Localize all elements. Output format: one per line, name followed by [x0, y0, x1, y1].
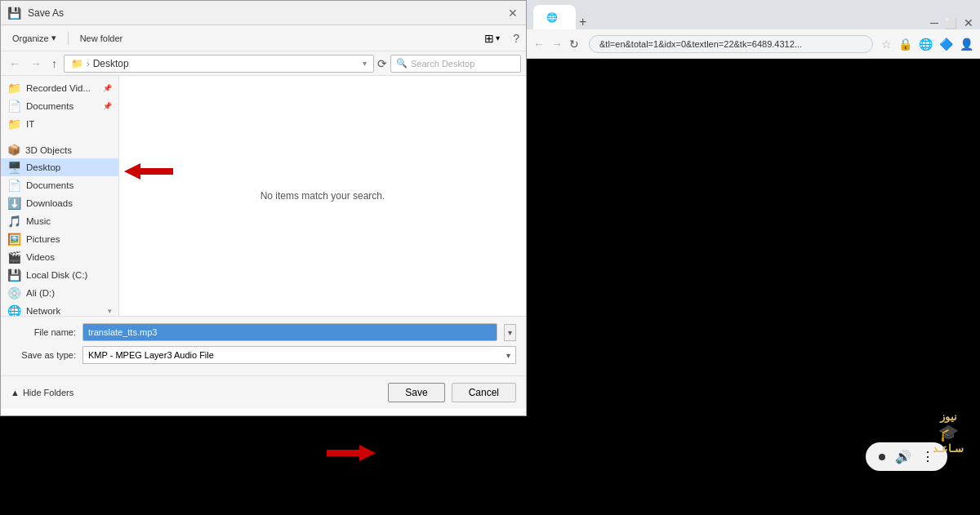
dialog-fields: File name: translate_tts.mp3 ▾ Save as t…	[1, 316, 526, 375]
savetype-row: Save as type: KMP - MPEG Layer3 Audio Fi…	[11, 346, 516, 364]
tab-favicon: 🌐	[546, 12, 558, 23]
close-button[interactable]: ✕	[506, 7, 519, 20]
volume-icon[interactable]: 🔊	[895, 449, 911, 464]
footer-buttons: Save Cancel	[388, 383, 516, 402]
browser-addressbar: ← → ↻ &tl=en&total=1&idx=0&textlen=22&tk…	[527, 29, 980, 59]
help-icon[interactable]: ?	[513, 32, 519, 45]
up-button[interactable]: ↑	[48, 57, 60, 70]
path-arrow-icon: ▾	[363, 59, 367, 68]
video-icon: 🎬	[7, 251, 21, 264]
doc-icon: 📄	[7, 100, 21, 113]
browser-refresh-icon[interactable]: ↻	[569, 38, 579, 51]
sidebar-item-network[interactable]: 🌐 Network ▾	[1, 302, 118, 316]
browser-ext-icon2[interactable]: 🌐	[919, 38, 933, 51]
network-icon: 🌐	[7, 304, 21, 316]
doc-icon2: 📄	[7, 179, 21, 192]
save-button[interactable]: Save	[388, 383, 444, 402]
address-text: &tl=en&total=1&idx=0&textlen=22&tk=6489.…	[599, 39, 802, 49]
filename-input[interactable]: translate_tts.mp3	[82, 323, 497, 341]
filename-dropdown-icon[interactable]: ▾	[504, 324, 516, 341]
dialog-footer: ▲ Hide Folders Save Cancel	[1, 375, 526, 409]
browser-ext-icon3[interactable]: 🔷	[939, 38, 953, 51]
right-arrow-annotation	[327, 443, 376, 468]
bottom-logo: نیوز 🎓 سـاعـد	[933, 411, 964, 455]
dialog-titlebar: 💾 Save As ✕	[1, 1, 526, 25]
cancel-button[interactable]: Cancel	[452, 383, 516, 402]
sidebar-item-downloads[interactable]: ⬇️ Downloads	[1, 194, 118, 212]
collapse-icon: ▲	[11, 388, 20, 397]
download-icon: ⬇️	[7, 197, 21, 210]
browser-forward-icon[interactable]: →	[551, 38, 563, 51]
sidebar-item-documents-pin[interactable]: 📄 Documents 📌	[1, 97, 118, 115]
sidebar-item-3d-objects[interactable]: 📦 3D Objects	[1, 141, 118, 158]
search-box[interactable]: 🔍 Search Desktop	[390, 55, 521, 73]
savetype-dropdown-icon: ▾	[506, 351, 510, 360]
save-as-dialog: 💾 Save As ✕ Organize ▾ New folder ⊞ ▾ ? …	[0, 0, 527, 416]
dialog-icon: 💾	[7, 7, 21, 20]
toolbar-separator	[68, 32, 69, 45]
empty-message: No items match your search.	[261, 190, 385, 202]
sidebar-item-videos[interactable]: 🎬 Videos	[1, 248, 118, 266]
address-box[interactable]: 📁 › Desktop ▾	[64, 55, 374, 73]
svg-marker-1	[327, 445, 376, 461]
sidebar-item-desktop[interactable]: 🖥️ Desktop	[1, 158, 118, 176]
sidebar-item-it[interactable]: 📁 IT	[1, 115, 118, 133]
organize-button[interactable]: Organize ▾	[7, 31, 61, 45]
browser-back-icon[interactable]: ←	[533, 38, 545, 51]
view-icon[interactable]: ⊞	[484, 32, 494, 45]
sidebar-item-recorded-vid[interactable]: 📁 Recorded Vid... 📌	[1, 79, 118, 97]
disk-icon: 💾	[7, 269, 21, 282]
filename-row: File name: translate_tts.mp3 ▾	[11, 323, 516, 341]
bookmark-icon[interactable]: ☆	[881, 38, 892, 51]
browser-profile-icon[interactable]: 👤	[960, 38, 973, 51]
search-placeholder: Search Desktop	[411, 59, 474, 69]
left-arrow-annotation	[124, 162, 173, 186]
savetype-select[interactable]: KMP - MPEG Layer3 Audio File ▾	[82, 346, 516, 364]
sidebar-item-music[interactable]: 🎵 Music	[1, 212, 118, 230]
dialog-title: Save As	[28, 7, 64, 19]
new-tab-button[interactable]: +	[579, 15, 586, 29]
pin-icon2: 📌	[103, 102, 112, 110]
back-button[interactable]: ←	[6, 57, 24, 70]
pin-icon: 📌	[103, 84, 112, 92]
disk2-icon: 💿	[7, 286, 21, 300]
sidebar-item-documents[interactable]: 📄 Documents	[1, 176, 118, 194]
file-area: No items match your search.	[119, 76, 526, 316]
sidebar: 📁 Recorded Vid... 📌 📄 Documents 📌 📁 IT 📦…	[1, 76, 119, 316]
desktop-folder-icon: 🖥️	[7, 161, 21, 174]
path-label: Desktop	[93, 58, 129, 69]
view-dropdown-icon[interactable]: ▾	[496, 33, 500, 42]
close-browser-icon[interactable]: ✕	[964, 16, 973, 29]
dialog-body-wrapper: 📁 Recorded Vid... 📌 📄 Documents 📌 📁 IT 📦…	[1, 76, 526, 316]
sidebar-item-ali-d[interactable]: 💿 Ali (D:)	[1, 284, 118, 302]
filename-label: File name:	[11, 327, 76, 337]
sidebar-item-pictures[interactable]: 🖼️ Pictures	[1, 230, 118, 248]
forward-button[interactable]: →	[27, 57, 45, 70]
search-icon: 🔍	[396, 58, 408, 69]
picture-icon: 🖼️	[7, 233, 21, 246]
expand-arrow-icon: ▾	[108, 307, 112, 315]
browser-content: 🔊 ⋮ نیوز 🎓 سـاعـد	[527, 59, 980, 515]
hide-folders-button[interactable]: ▲ Hide Folders	[11, 388, 74, 397]
view-options: ⊞ ▾	[484, 32, 500, 45]
music-icon: 🎵	[7, 215, 21, 228]
browser-area: 🌐 + ─ ⬜ ✕ ← → ↻ &tl=en&total=1&idx=0&tex…	[527, 0, 980, 515]
cube-icon: 📦	[7, 144, 20, 156]
svg-marker-0	[124, 163, 173, 180]
folder-icon-small: 📁	[71, 58, 83, 69]
folder-icon: 📁	[7, 82, 21, 95]
address-input[interactable]: &tl=en&total=1&idx=0&textlen=22&tk=6489.…	[589, 35, 873, 53]
new-folder-button[interactable]: New folder	[75, 32, 128, 45]
folder-icon: 📁	[7, 118, 21, 131]
browser-ext-icon1[interactable]: 🔒	[898, 38, 912, 51]
savetype-label: Save as type:	[11, 350, 76, 360]
browser-tab[interactable]: 🌐	[533, 5, 576, 29]
sidebar-item-local-disk[interactable]: 💾 Local Disk (C:)	[1, 266, 118, 284]
organize-arrow-icon: ▾	[51, 33, 56, 43]
refresh-button[interactable]: ⟳	[377, 57, 387, 70]
restore-icon[interactable]: ⬜	[945, 18, 957, 29]
audio-indicator	[879, 454, 885, 460]
dialog-toolbar: Organize ▾ New folder ⊞ ▾ ?	[1, 25, 526, 51]
minimize-icon[interactable]: ─	[930, 16, 938, 29]
dialog-addressbar: ← → ↑ 📁 › Desktop ▾ ⟳ 🔍 Search Desktop	[1, 51, 526, 76]
